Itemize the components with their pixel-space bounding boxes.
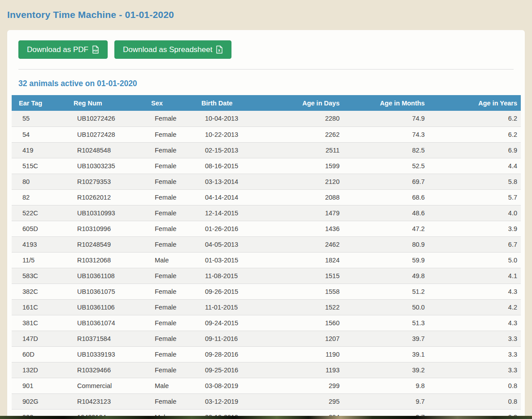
cell-birth-date: 09-28-2016 bbox=[194, 346, 257, 362]
download-pdf-button[interactable]: Download as PDF PDF bbox=[18, 40, 108, 59]
excel-file-icon: x bbox=[216, 45, 223, 54]
cell-age-in-days: 2262 bbox=[257, 127, 343, 142]
cell-reg-num: R10329466 bbox=[66, 362, 144, 378]
cell-birth-date: 09-26-2015 bbox=[194, 284, 257, 299]
cell-age-in-days: 1558 bbox=[257, 284, 343, 299]
cell-ear-tag: 583C bbox=[12, 268, 66, 284]
column-header-age-in-years: Age in Years bbox=[428, 95, 521, 111]
content-card: Download as PDF PDF Download as Spreadsh… bbox=[7, 30, 525, 419]
download-pdf-label: Download as PDF bbox=[27, 45, 88, 54]
cell-age-in-days: 1436 bbox=[257, 221, 343, 236]
cell-birth-date: 10-04-2013 bbox=[194, 111, 257, 127]
table-row: 583CUB10361108Female11-08-2015151549.84.… bbox=[12, 268, 521, 284]
cell-age-in-months: 48.6 bbox=[343, 205, 428, 221]
cell-age-in-days: 1479 bbox=[257, 205, 343, 221]
cell-reg-num: UB10361106 bbox=[66, 299, 144, 315]
column-header-age-in-months: Age in Months bbox=[343, 95, 428, 111]
cell-reg-num: R10248549 bbox=[66, 236, 144, 252]
cell-reg-num: R10423123 bbox=[66, 393, 144, 409]
cell-reg-num: R10279353 bbox=[66, 174, 144, 189]
cell-reg-num: R10262012 bbox=[66, 189, 144, 205]
cell-age-in-days: 2280 bbox=[257, 111, 343, 127]
cell-sex: Female bbox=[144, 174, 194, 189]
cell-sex: Female bbox=[144, 284, 194, 299]
cell-age-in-days: 1207 bbox=[257, 331, 343, 346]
cell-reg-num: R10371584 bbox=[66, 331, 144, 346]
cell-age-in-years: 4.4 bbox=[428, 158, 521, 174]
cell-birth-date: 02-15-2013 bbox=[194, 142, 257, 158]
cell-sex: Female bbox=[144, 331, 194, 346]
cell-age-in-years: 5.0 bbox=[428, 252, 521, 268]
table-row: 132DR10329466Female09-25-2016119339.23.3 bbox=[12, 362, 521, 378]
cell-ear-tag: 55 bbox=[12, 111, 66, 127]
cell-age-in-days: 1190 bbox=[257, 346, 343, 362]
column-header-age-in-days: Age in Days bbox=[257, 95, 343, 111]
background-photo-strip bbox=[0, 416, 532, 419]
cell-birth-date: 09-24-2015 bbox=[194, 315, 257, 331]
cell-age-in-years: 3.3 bbox=[428, 346, 521, 362]
table-body: 55UB10272426Female10-04-2013228074.96.25… bbox=[12, 111, 521, 419]
cell-age-in-days: 1193 bbox=[257, 362, 343, 378]
svg-text:x: x bbox=[218, 48, 221, 52]
cell-age-in-days: 2088 bbox=[257, 189, 343, 205]
table-row: 901CommercialMale03-08-20192999.80.8 bbox=[12, 378, 521, 393]
download-spreadsheet-button[interactable]: Download as Spreadsheet x bbox=[114, 40, 231, 59]
cell-reg-num: R10248548 bbox=[66, 142, 144, 158]
cell-age-in-months: 74.3 bbox=[343, 127, 428, 142]
cell-ear-tag: 605D bbox=[12, 221, 66, 236]
cell-age-in-months: 51.3 bbox=[343, 315, 428, 331]
cell-ear-tag: 515C bbox=[12, 158, 66, 174]
cell-ear-tag: 381C bbox=[12, 315, 66, 331]
cell-age-in-years: 5.7 bbox=[428, 189, 521, 205]
column-header-sex: Sex bbox=[144, 95, 194, 111]
cell-ear-tag: 82 bbox=[12, 189, 66, 205]
cell-ear-tag: 132D bbox=[12, 362, 66, 378]
active-count-heading: 32 animals active on 01-01-2020 bbox=[12, 70, 520, 95]
table-header-row: Ear TagReg NumSexBirth DateAge in DaysAg… bbox=[12, 95, 521, 111]
cell-birth-date: 11-01-2015 bbox=[194, 299, 257, 315]
cell-age-in-months: 49.8 bbox=[343, 268, 428, 284]
cell-birth-date: 09-25-2016 bbox=[194, 362, 257, 378]
cell-age-in-years: 6.2 bbox=[428, 111, 521, 127]
cell-age-in-months: 68.6 bbox=[343, 189, 428, 205]
cell-age-in-days: 1599 bbox=[257, 158, 343, 174]
cell-age-in-days: 2120 bbox=[257, 174, 343, 189]
cell-age-in-years: 4.1 bbox=[428, 268, 521, 284]
cell-age-in-months: 59.9 bbox=[343, 252, 428, 268]
table-row: 515CUB10303235Female08-16-2015159952.54.… bbox=[12, 158, 521, 174]
table-row: 419R10248548Female02-15-2013251182.56.9 bbox=[12, 142, 521, 158]
table-row: 382CUB10361075Female09-26-2015155851.24.… bbox=[12, 284, 521, 299]
cell-birth-date: 03-13-2014 bbox=[194, 174, 257, 189]
cell-ear-tag: 80 bbox=[12, 174, 66, 189]
cell-age-in-months: 39.7 bbox=[343, 331, 428, 346]
cell-age-in-years: 4.2 bbox=[428, 299, 521, 315]
cell-birth-date: 08-16-2015 bbox=[194, 158, 257, 174]
cell-age-in-months: 51.2 bbox=[343, 284, 428, 299]
cell-birth-date: 12-14-2015 bbox=[194, 205, 257, 221]
cell-sex: Female bbox=[144, 315, 194, 331]
cell-age-in-days: 1522 bbox=[257, 299, 343, 315]
cell-age-in-months: 9.8 bbox=[343, 378, 428, 393]
cell-ear-tag: 902G bbox=[12, 393, 66, 409]
cell-reg-num: UB10272428 bbox=[66, 127, 144, 142]
cell-birth-date: 04-14-2014 bbox=[194, 189, 257, 205]
cell-age-in-months: 9.7 bbox=[343, 393, 428, 409]
cell-birth-date: 03-08-2019 bbox=[194, 378, 257, 393]
cell-age-in-days: 1515 bbox=[257, 268, 343, 284]
cell-ear-tag: 161C bbox=[12, 299, 66, 315]
cell-age-in-years: 5.8 bbox=[428, 174, 521, 189]
cell-sex: Male bbox=[144, 378, 194, 393]
cell-age-in-years: 3.3 bbox=[428, 362, 521, 378]
cell-ear-tag: 382C bbox=[12, 284, 66, 299]
table-row: 161CUB10361106Female11-01-2015152250.04.… bbox=[12, 299, 521, 315]
cell-sex: Female bbox=[144, 268, 194, 284]
cell-age-in-months: 69.7 bbox=[343, 174, 428, 189]
cell-age-in-years: 6.9 bbox=[428, 142, 521, 158]
cell-ear-tag: 147D bbox=[12, 331, 66, 346]
animals-table: Ear TagReg NumSexBirth DateAge in DaysAg… bbox=[12, 95, 521, 419]
cell-sex: Male bbox=[144, 252, 194, 268]
cell-sex: Female bbox=[144, 127, 194, 142]
cell-age-in-days: 2511 bbox=[257, 142, 343, 158]
cell-reg-num: UB10361108 bbox=[66, 268, 144, 284]
cell-age-in-months: 39.1 bbox=[343, 346, 428, 362]
